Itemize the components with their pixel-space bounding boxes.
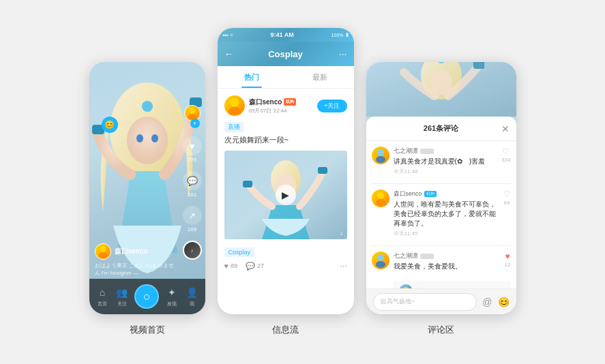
svg-rect-16: [318, 167, 327, 174]
comment-username-3: 七之潮凛: [394, 252, 501, 260]
nav-item-follow[interactable]: 👥 关注: [115, 286, 129, 307]
comment-item-3: 七之潮凛 我爱美食，美食爱我。 ♥ 12: [372, 252, 511, 273]
screen1-label: 视频首页: [130, 324, 165, 336]
like-heart-2: ♡: [503, 189, 511, 199]
comment-icon-group[interactable]: 💬 261: [183, 171, 202, 198]
screen2-label: 信息流: [272, 324, 299, 336]
post-username: 森口senco 机构: [249, 97, 314, 107]
tabs-row: 热门 最新: [218, 66, 354, 89]
like-heart-1: ♡: [502, 147, 510, 156]
tab-latest-label: 最新: [312, 72, 327, 82]
username-text-2: 森口senco: [394, 189, 422, 198]
more-button[interactable]: ···: [339, 48, 347, 59]
right-icons: + ♥ 776 💬 261 ↗ 169: [183, 105, 202, 260]
comment-verified-badge-2: 机构: [424, 191, 437, 197]
like-action-count: 89: [231, 262, 237, 269]
comment-text-1: 讲真美食才是我真爱(✿ )害羞: [394, 157, 498, 166]
share-count: 169: [188, 226, 196, 232]
post-card: 森口senco 机构 05月07日 22:44 +关注 直播 次元娘舞蹈来一段~: [218, 89, 354, 277]
divider-2: [372, 245, 511, 246]
comment-like-1[interactable]: ♡ 334: [501, 147, 510, 175]
screen2-phone: ▪▪▪ ≈ 9:41 AM 100% ▮ ← Cosplay ··· 热门: [218, 28, 354, 314]
tab-latest[interactable]: 最新: [286, 66, 354, 88]
input-placeholder: 趾高气扬地~: [381, 297, 415, 306]
nav-item-discover[interactable]: ✦ 发现: [165, 286, 179, 307]
share-icon-group[interactable]: ↗ 169: [183, 206, 202, 232]
post-footer: ♥ 89 💬 27 ···: [224, 261, 347, 271]
battery-percent: 100%: [331, 33, 344, 37]
tab-hot[interactable]: 热门: [218, 66, 286, 88]
nav-item-profile[interactable]: 👤 我: [185, 286, 198, 307]
discover-icon: ✦: [165, 286, 179, 299]
follow-icon: 👥: [115, 286, 129, 299]
emoji-icon[interactable]: 😊: [498, 297, 510, 307]
bottom-avatar: [95, 243, 111, 260]
nav-center-button[interactable]: ○: [134, 284, 159, 309]
like-icon-group[interactable]: ♥ 776: [183, 136, 202, 163]
like-count-2: 89: [504, 200, 510, 206]
nav-label-home: 首页: [98, 301, 107, 307]
comment-body-3: 七之潮凛 我爱美食，美食爱我。: [394, 252, 501, 273]
screen3-label: 评论区: [428, 324, 454, 336]
center-icon: ○: [143, 290, 151, 304]
comment-input-field[interactable]: 趾高气扬地~: [373, 293, 477, 311]
comment-panel: 261条评论 ✕ 七之潮凛: [366, 117, 516, 314]
screen1-wrapper: 😊 + ♥ 776: [89, 62, 205, 336]
comment-like-2[interactable]: ♡ 89: [503, 189, 511, 237]
comment-icon: 💬: [183, 171, 202, 190]
like-count-3: 12: [505, 262, 511, 268]
bottom-nav: ⌂ 首页 👥 关注 ○ ✦ 发现: [89, 279, 205, 314]
verified-badge: 机构: [284, 98, 296, 106]
profile-icon: 👤: [185, 286, 198, 299]
svg-point-6: [142, 101, 153, 112]
like-action[interactable]: ♥ 89: [224, 262, 238, 270]
comment-header: 261条评论 ✕: [366, 117, 516, 141]
svg-point-12: [228, 107, 241, 115]
post-time: 05月07日 22:44: [249, 107, 314, 115]
nav-item-home[interactable]: ⌂ 首页: [95, 286, 109, 307]
battery-icon: ▮: [346, 32, 349, 37]
svg-point-10: [98, 252, 107, 258]
comment-time-1: 今天11:48: [394, 168, 498, 175]
app-header: ← Cosplay ···: [218, 42, 354, 66]
nav-label-discover: 发现: [167, 301, 177, 307]
at-icon[interactable]: @: [482, 297, 492, 307]
tab-hot-label: 热门: [244, 72, 259, 82]
post-more-button[interactable]: ···: [340, 261, 346, 271]
comment-action[interactable]: 💬 27: [246, 262, 264, 271]
post-user-info: 森口senco 机构 05月07日 22:44: [249, 97, 314, 115]
comment-time-2: 今天11:45: [394, 230, 499, 237]
nav-label-profile: 我: [190, 301, 194, 307]
header-title: Cosplay: [268, 49, 303, 59]
comment-username-1: 七之潮凛: [394, 147, 498, 155]
svg-rect-21: [473, 62, 484, 69]
svg-point-1: [127, 117, 168, 164]
post-video-thumbnail[interactable]: ▶ ♪: [224, 151, 347, 239]
post-tag-wrapper: 直播: [224, 119, 347, 135]
follow-button[interactable]: +关注: [317, 100, 346, 112]
battery-area: 100% ▮: [331, 32, 349, 37]
screen2-wrapper: ▪▪▪ ≈ 9:41 AM 100% ▮ ← Cosplay ··· 热门: [218, 28, 354, 336]
like-icon: ♥: [183, 136, 202, 155]
screen1-content: 😊 + ♥ 776: [89, 62, 205, 314]
category-tag: Cosplay: [224, 247, 255, 257]
like-count: 776: [188, 157, 196, 163]
close-button[interactable]: ✕: [501, 123, 510, 134]
comment-item-2: 森口senco 机构 人世间，唯有爱与美食不可辜负，美食已经辜负的太多了，爱就不…: [372, 189, 511, 237]
screens-row: 😊 + ♥ 776: [89, 28, 516, 336]
comment-count: 261: [188, 192, 196, 198]
post-tag: 直播: [224, 122, 244, 132]
nav-label-follow: 关注: [117, 301, 127, 307]
main-container: 😊 + ♥ 776: [0, 14, 605, 350]
svg-point-28: [376, 261, 385, 268]
svg-point-2: [136, 134, 143, 142]
svg-point-11: [230, 98, 239, 107]
comment-text-2: 人世间，唯有爱与美食不可辜负，美食已经辜负的太多了，爱就不能再辜负了。: [394, 200, 499, 228]
username-text-1: 七之潮凛: [394, 147, 418, 155]
back-button[interactable]: ←: [224, 48, 234, 59]
screen1-phone: 😊 + ♥ 776: [89, 62, 205, 314]
comment-like-3[interactable]: ♥ 12: [505, 252, 511, 273]
comment-body-1: 七之潮凛 讲真美食才是我真爱(✿ )害羞 今天11:48: [394, 147, 498, 175]
svg-point-9: [100, 245, 106, 252]
play-button[interactable]: ▶: [276, 185, 296, 205]
